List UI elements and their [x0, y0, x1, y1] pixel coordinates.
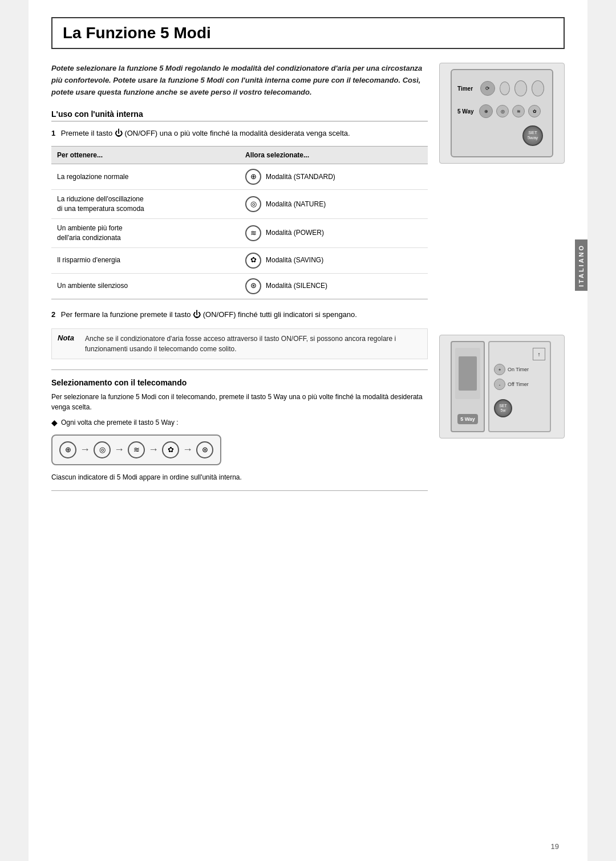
power-btn: ≋: [512, 105, 525, 117]
standard-icon: ⊕: [245, 169, 261, 185]
remote-oval-2: [514, 80, 527, 96]
section2-heading: Selezionamento con il telecomando: [51, 378, 428, 387]
col1-header: Per ottenere...: [51, 149, 240, 161]
col2-header: Allora selezionate...: [240, 149, 428, 161]
section1-heading: L'uso con l'unità interna: [51, 109, 428, 121]
timer-btn: ⟳: [480, 81, 495, 96]
row2-mode-label: Modalità (NATURE): [266, 200, 326, 209]
seq-arrow-3: →: [148, 444, 159, 456]
nota-block: Nota Anche se il condizionatore d'aria f…: [51, 328, 428, 359]
intro-text: Potete selezionare la funzione 5 Modi re…: [51, 63, 428, 98]
table-row: Il risparmio d'energia ✿ Modalità (SAVIN…: [51, 248, 428, 274]
row3-mode-label: Modalità (POWER): [266, 228, 324, 238]
on-timer-label: On Timer: [508, 367, 529, 372]
seq-arrow-4: →: [183, 444, 193, 456]
row1-mode-label: Modalità (STANDARD): [266, 172, 335, 182]
page-title: La Funzione 5 Modi: [51, 17, 565, 49]
remote-control-top: Timer ⟳ 5 Way ⊕ ◎ ≋ ✿: [451, 69, 553, 157]
remote-bottom: 5 Way ↑ + On Timer: [451, 341, 553, 432]
sidebar-column: Timer ⟳ 5 Way ⊕ ◎ ≋ ✿: [439, 63, 565, 499]
bullet-text: ◆ Ogni volta che premete il tasto 5 Way …: [51, 417, 428, 429]
saving-btn: ✿: [528, 105, 541, 117]
unit-body: 5 Way: [451, 341, 485, 432]
row4-mode-label: Modalità (SAVING): [266, 255, 323, 265]
table-row: La regolazione normale ⊕ Modalità (STAND…: [51, 164, 428, 190]
bottom-divider: [51, 490, 428, 491]
way-label: 5 Way: [457, 108, 476, 115]
off-timer-row: - Off Timer: [494, 379, 529, 390]
table-row: Un ambiente più fortedell'aria condizion…: [51, 219, 428, 248]
row3-col1: Un ambiente più fortedell'aria condizion…: [51, 222, 240, 245]
row1-col2: ⊕ Modalità (STANDARD): [240, 167, 428, 186]
set5way-label: SET5way: [528, 131, 538, 141]
section2-text: Per selezionare la funzione 5 Modi con i…: [51, 392, 428, 412]
off-timer-label: Off Timer: [508, 381, 529, 387]
step2-number: 2: [51, 310, 55, 319]
set5way-knob-label: SET5w: [499, 404, 507, 412]
seq-icon-1: ⊕: [59, 441, 76, 458]
set5way-button: SET5way: [522, 125, 543, 146]
way-btn-label: 5 Way: [457, 414, 478, 424]
page-number: 19: [551, 842, 559, 851]
row2-col1: La riduzione dell'oscillazionedi una tem…: [51, 193, 240, 216]
row3-col2: ≋ Modalità (POWER): [240, 224, 428, 243]
seq-arrow-1: →: [80, 444, 90, 456]
step1-text: 1 Premete il tasto ⏻ (ON/OFF) una o più …: [51, 127, 428, 139]
on-timer-icon: +: [494, 364, 505, 375]
step2-text: 2 Per fermare la funzione premete il tas…: [51, 308, 428, 320]
icon-sequence: ⊕ → ◎ → ≋ → ✿ → ⊛: [51, 434, 221, 465]
row5-mode-label: Modalità (SILENCE): [266, 281, 327, 291]
saving-icon: ✿: [245, 253, 261, 269]
table-row: Un ambiente silenzioso ⊛ Modalità (SILEN…: [51, 274, 428, 299]
set5way-knob: SET5w: [494, 399, 512, 417]
table-header: Per ottenere... Allora selezionate...: [51, 147, 428, 164]
table-row: La riduzione dell'oscillazionedi una tem…: [51, 190, 428, 219]
off-timer-icon: -: [494, 379, 505, 390]
silence-icon: ⊛: [245, 278, 261, 294]
row1-col1: La regolazione normale: [51, 170, 240, 184]
divider: [51, 369, 428, 370]
seq-icon-4: ✿: [162, 441, 179, 458]
row5-col1: Un ambiente silenzioso: [51, 279, 240, 293]
row5-col2: ⊛ Modalità (SILENCE): [240, 277, 428, 296]
row2-col2: ◎ Modalità (NATURE): [240, 194, 428, 214]
italiano-tab: ITALIANO: [575, 239, 587, 291]
on-timer-row: + On Timer: [494, 364, 529, 375]
mode-table: Per ottenere... Allora selezionate... La…: [51, 146, 428, 299]
content-column: Potete selezionare la funzione 5 Modi re…: [51, 63, 428, 499]
step2-content: Per fermare la funzione premete il tasto…: [61, 310, 357, 319]
power-icon: ≋: [245, 225, 261, 241]
remote-oval-3: [532, 80, 544, 96]
seq-arrow-2: →: [114, 444, 124, 456]
step1-number: 1: [51, 129, 55, 137]
bullet-symbol: ◆: [51, 417, 58, 429]
nature-btn: ◎: [496, 105, 509, 117]
remote-oval-1: [500, 82, 510, 95]
seq-icon-2: ◎: [94, 441, 111, 458]
nature-icon: ◎: [245, 196, 261, 212]
upload-icon: ↑: [533, 348, 545, 360]
device-image-bottom: 5 Way ↑ + On Timer: [439, 335, 565, 438]
row4-col1: Il risparmio d'energia: [51, 254, 240, 267]
nota-label: Nota: [58, 334, 79, 354]
step1-content: Premete il tasto ⏻ (ON/OFF) una o più vo…: [61, 129, 350, 137]
seq-icon-3: ≋: [128, 441, 145, 458]
seq-icon-5: ⊛: [196, 441, 213, 458]
std-btn: ⊕: [479, 104, 493, 118]
row4-col2: ✿ Modalità (SAVING): [240, 251, 428, 270]
bullet-content: Ogni volta che premete il tasto 5 Way :: [61, 417, 179, 428]
nota-text: Anche se il condizionatore d'aria fosse …: [85, 334, 422, 354]
remote-panel: ↑ + On Timer - Off Timer: [488, 341, 551, 432]
timer-label: Timer: [457, 86, 476, 92]
final-text: Ciascun indicatore di 5 Modi appare in o…: [51, 472, 428, 482]
device-image-top: Timer ⟳ 5 Way ⊕ ◎ ≋ ✿: [439, 63, 565, 164]
